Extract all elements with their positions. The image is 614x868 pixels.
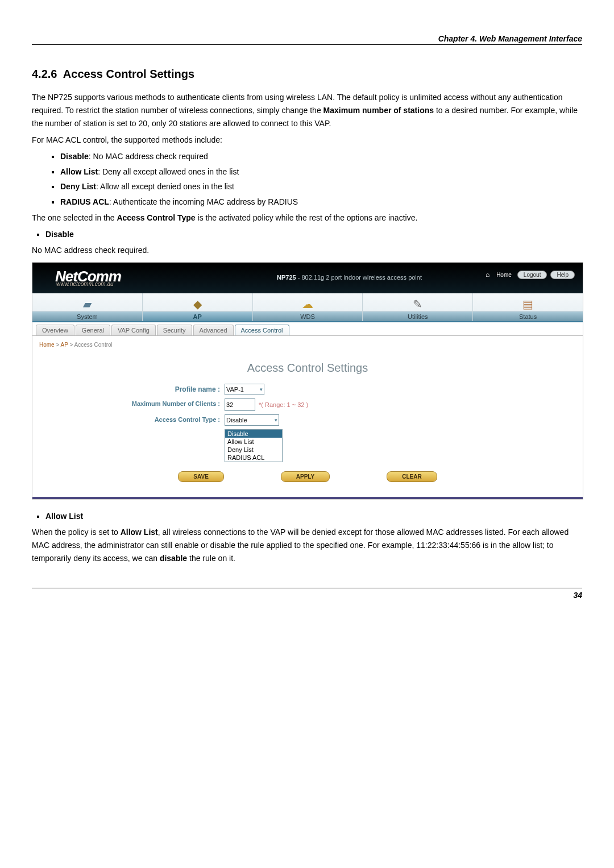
allow-paragraph: When the policy is set to Allow List, al… (32, 526, 582, 565)
dropdown-option[interactable]: Disable (225, 430, 282, 438)
list-item: Allow List (45, 510, 582, 522)
clear-button[interactable]: CLEAR (387, 471, 437, 482)
tab-vap-config[interactable]: VAP Config (111, 325, 156, 335)
intro-paragraph-1: The NP725 supports various methods to au… (32, 91, 582, 130)
top-buttons: ⌂ Home Logout Help (486, 271, 575, 279)
content-title: Access Control Settings (44, 362, 571, 375)
chevron-down-icon: ▾ (260, 387, 263, 392)
tab-access-control[interactable]: Access Control (235, 325, 289, 335)
row-max-clients: Maximum Number of Clients : *( Range: 1 … (44, 398, 571, 411)
action-buttons: SAVE APPLY CLEAR (44, 471, 571, 482)
dropdown-option[interactable]: RADIUS ACL (225, 454, 282, 462)
ap-icon: ◆ (143, 297, 252, 312)
crumb-ap[interactable]: AP (61, 342, 68, 348)
row-actype: Access Control Type : Disable ▾ (44, 414, 571, 426)
intro-paragraph-2: For MAC ACL control, the supported metho… (32, 134, 582, 147)
ui-header: NetComm www.netcomm.com.au NP725 - 802.1… (32, 263, 583, 293)
actype-select[interactable]: Disable ▾ (225, 414, 279, 426)
list-item: Deny List: Allow all except denied ones … (60, 180, 582, 193)
product-title: NP725 - 802.11g 2 port indoor wireless a… (277, 274, 422, 281)
breadcrumb: Home > AP > Access Control (32, 336, 583, 350)
dropdown-option[interactable]: Allow List (225, 438, 282, 446)
maxclients-input[interactable] (225, 398, 255, 411)
sub-tabs: Overview General VAP Config Security Adv… (32, 322, 583, 336)
actype-dropdown-open: Disable Allow List Deny List RADIUS ACL (225, 429, 283, 462)
tab-security[interactable]: Security (157, 325, 192, 335)
logo-block: NetComm www.netcomm.com.au (32, 269, 121, 287)
logout-button[interactable]: Logout (517, 271, 547, 279)
allow-bullet: Allow List (32, 510, 582, 522)
list-item: Disable: No MAC address check required (60, 150, 582, 163)
nav-utilities[interactable]: ✎ Utilities (363, 293, 473, 321)
nav-status[interactable]: ▤ Status (473, 293, 583, 321)
selected-policy-note: The one selected in the Access Control T… (32, 211, 582, 225)
status-icon: ▤ (473, 297, 583, 312)
page-number: 34 (32, 588, 582, 600)
dropdown-option[interactable]: Deny List (225, 446, 282, 454)
section-heading: 4.2.6 Access Control Settings (32, 68, 582, 81)
tab-general[interactable]: General (76, 325, 110, 335)
crumb-home[interactable]: Home (39, 342, 55, 348)
list-item: Disable (45, 228, 582, 240)
chevron-down-icon: ▾ (275, 417, 277, 423)
utilities-icon: ✎ (363, 297, 472, 312)
home-icon: ⌂ (486, 271, 489, 279)
main-nav: ▰ System ◆ AP ☁ WDS ✎ Utilities ▤ Status (32, 293, 583, 322)
tab-advanced[interactable]: Advanced (193, 325, 234, 335)
apply-button[interactable]: APPLY (281, 471, 330, 482)
screenshot-ui: NetComm www.netcomm.com.au NP725 - 802.1… (32, 262, 583, 500)
profile-select[interactable]: VAP-1 ▾ (225, 384, 264, 395)
disable-subtext: No MAC address check required. (32, 244, 582, 257)
list-item: RADIUS ACL: Authenticate the incoming MA… (60, 196, 582, 208)
method-list: Disable: No MAC address check required A… (32, 150, 582, 208)
content-area: Access Control Settings Profile name : V… (32, 350, 583, 497)
actype-label: Access Control Type : (44, 414, 225, 423)
system-icon: ▰ (32, 297, 142, 312)
logo-subtext: www.netcomm.com.au (56, 281, 121, 287)
profile-label: Profile name : (44, 384, 225, 393)
section-title: Access Control Settings (63, 68, 194, 80)
wds-icon: ☁ (253, 297, 363, 312)
crumb-current: Access Control (74, 342, 113, 348)
help-button[interactable]: Help (550, 271, 575, 279)
chapter-header: Chapter 4. Web Management Interface (32, 34, 582, 45)
nav-ap[interactable]: ◆ AP (143, 293, 253, 321)
maxclients-label: Maximum Number of Clients : (44, 398, 225, 407)
home-button[interactable]: Home (494, 272, 514, 278)
nav-system[interactable]: ▰ System (32, 293, 143, 321)
save-button[interactable]: SAVE (178, 471, 224, 482)
list-item: Allow List: Deny all except allowed ones… (60, 165, 582, 178)
footer-bar (32, 497, 583, 499)
section-number: 4.2.6 (32, 68, 57, 80)
tab-overview[interactable]: Overview (36, 325, 74, 335)
row-profile: Profile name : VAP-1 ▾ (44, 384, 571, 395)
maxclients-range: *( Range: 1 ~ 32 ) (259, 401, 308, 408)
nav-wds[interactable]: ☁ WDS (253, 293, 363, 321)
disable-bullet: Disable (32, 228, 582, 240)
